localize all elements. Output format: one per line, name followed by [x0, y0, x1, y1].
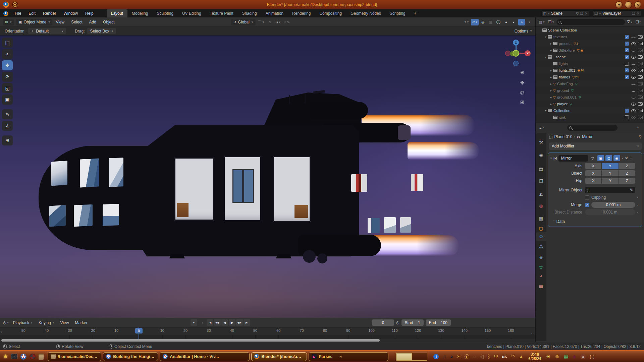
shading-rendered-button[interactable]: ◑	[518, 19, 525, 25]
eyedropper-icon[interactable]: ✎	[630, 187, 633, 193]
menu-window[interactable]: Window	[60, 9, 82, 17]
breadcrumb-modifier[interactable]: Mirror	[582, 134, 592, 139]
vivaldi-launcher-icon[interactable]: V	[20, 354, 26, 360]
modifier-name-field[interactable]: Mirror	[558, 155, 588, 162]
tab-uv-editing[interactable]: UV Editing	[178, 9, 206, 17]
modifier-editmode-toggle[interactable]: ▣	[597, 155, 604, 161]
disclosure-icon[interactable]: ▸	[549, 42, 553, 45]
outliner-row-cubefog[interactable]: ▸▽CubeFog▽	[536, 80, 644, 87]
collapse-icon[interactable]: ∨	[550, 157, 552, 160]
outliner-row-3dtexture[interactable]: ▸3dtexture▽ ◉✓	[536, 47, 644, 54]
new-collection-button[interactable]: ❏⁺	[635, 19, 642, 25]
disclosure-icon[interactable]: ▸	[549, 69, 553, 72]
modifier-delete-button[interactable]: ✕	[625, 156, 628, 161]
current-frame-badge[interactable]: 0	[135, 328, 143, 334]
properties-tab-object[interactable]: ▢	[536, 224, 546, 233]
axis-z-ball[interactable]: Z	[513, 40, 519, 46]
outliner-row-scene-collection[interactable]: Scene Collection	[536, 27, 644, 34]
tray-calculator-icon[interactable]: ▦	[564, 351, 568, 362]
timeline-editor-dropdown[interactable]: ◷∨	[2, 319, 10, 326]
render-visibility-icon[interactable]	[638, 96, 643, 99]
modifier-extras-dropdown[interactable]: ∨	[622, 157, 624, 160]
scroll-right-icon[interactable]: ‹	[531, 331, 532, 335]
workspace-2[interactable]	[412, 353, 427, 360]
orientation-dropdown[interactable]: ⊿ Global ∨	[231, 19, 256, 25]
scene-selector[interactable]: ◫ ∨ Scene ⚲ ❏ ✕	[541, 10, 589, 17]
tab-geometry-nodes[interactable]: Geometry Nodes	[346, 9, 385, 17]
properties-search-input[interactable]	[567, 125, 618, 131]
tab-texture-paint[interactable]: Texture Paint	[206, 9, 238, 17]
render-visibility-icon[interactable]	[638, 69, 643, 72]
modifier-realtime-toggle[interactable]: ⊡	[605, 155, 612, 161]
viewlayer-selector[interactable]: ❐ ∨ ViewLayer ❏ ✕	[593, 10, 641, 17]
render-visibility-icon[interactable]	[638, 116, 643, 119]
properties-tab-texture[interactable]: ▩	[536, 282, 546, 290]
record-button[interactable]: ●	[191, 319, 197, 326]
next-keyframe-button[interactable]: ◆▶	[236, 319, 243, 326]
gizmos-toggle[interactable]: ➚∨	[471, 19, 479, 25]
hide-eye-icon[interactable]	[631, 69, 636, 72]
tool-add-cube[interactable]: ⊞	[2, 135, 13, 145]
tool-rotate[interactable]: ⟳	[2, 72, 13, 82]
outliner-filter-id-dropdown[interactable]: ❐∨	[547, 19, 555, 25]
minimize-button[interactable]: —	[625, 1, 632, 8]
tab-compositing[interactable]: Compositing	[315, 9, 346, 17]
taskbar-window-1[interactable]: /home/amalie/Desktop...	[48, 352, 101, 361]
menu-add[interactable]: Add	[86, 20, 100, 24]
taskbar-window-4[interactable]: Blender* [/home/amali...	[251, 352, 307, 361]
outliner-filter-dropdown[interactable]: ∇∨	[626, 19, 633, 25]
jump-end-button[interactable]: ▶|	[244, 319, 250, 326]
properties-tab-output[interactable]: ▤	[536, 165, 546, 173]
hide-eye-icon[interactable]	[631, 103, 636, 106]
drag-dropdown[interactable]: Select Box ∨	[87, 28, 116, 34]
exclude-checkbox[interactable]: ✓	[625, 35, 629, 39]
outliner-search-input[interactable]	[556, 19, 625, 25]
blender-logo-icon[interactable]	[3, 11, 8, 16]
tray-usb-icon[interactable]: Ψ	[494, 351, 498, 362]
mirror-object-field[interactable]: ⬚ ✎	[585, 187, 635, 193]
tab-modeling[interactable]: Modeling	[127, 9, 153, 17]
axis-negz-ball[interactable]	[513, 61, 519, 66]
disclosure-icon[interactable]: ▾	[544, 109, 548, 112]
tab-shading[interactable]: Shading	[238, 9, 261, 17]
region-expand-icon[interactable]: ›	[1, 330, 2, 334]
modifier-render-toggle[interactable]: ◉	[613, 155, 620, 161]
merge-value-field[interactable]: 0.001 m	[591, 202, 635, 208]
tool-select-box[interactable]: ⬚	[2, 38, 13, 48]
hidden-eye-icon[interactable]	[631, 83, 636, 85]
menu-edit[interactable]: Edit	[25, 9, 39, 17]
menu-file[interactable]: File	[11, 9, 25, 17]
tray-dictionary-icon[interactable]: a	[580, 354, 586, 359]
files-launcher-icon[interactable]	[39, 354, 44, 360]
sidebar-toggle-icon[interactable]: <	[529, 50, 531, 54]
tray-parsec-tray-icon[interactable]: ◕	[450, 351, 453, 362]
outliner-row-flames[interactable]: ▸flames▽20✓	[536, 74, 644, 80]
hidden-eye-icon[interactable]	[631, 49, 636, 52]
disclosure-icon[interactable]: ▾	[544, 36, 548, 39]
tool-cursor[interactable]: ⌖	[2, 49, 13, 59]
object-visibility-dropdown[interactable]: ⌖∨	[463, 19, 470, 25]
properties-editor-dropdown[interactable]: ≡∨	[538, 124, 545, 131]
timeline-scrollbar[interactable]	[1, 339, 380, 342]
camera-view-icon[interactable]: ⏣	[518, 88, 527, 97]
close-button[interactable]: ✕	[634, 1, 641, 8]
tab-layout[interactable]: Layout	[107, 9, 127, 17]
mirror-axis-y-button[interactable]: Y	[602, 163, 618, 169]
disclosure-icon[interactable]: ▸	[549, 76, 553, 79]
shading-solid-button[interactable]: ●	[503, 19, 509, 25]
hide-eye-icon[interactable]	[631, 116, 636, 119]
properties-tab-modifiers[interactable]: ⚙	[536, 232, 546, 241]
clipping-checkbox[interactable]	[585, 195, 589, 200]
timeline-channel-strip[interactable]	[0, 335, 535, 339]
menu-view[interactable]: View	[52, 20, 68, 24]
hidden-eye-icon[interactable]	[631, 36, 636, 38]
hidden-eye-icon[interactable]	[631, 63, 636, 65]
new-scene-icon[interactable]: ❏	[580, 11, 583, 16]
render-visibility-icon[interactable]	[638, 42, 643, 45]
tray-emoji-icon[interactable]: ☺	[554, 351, 559, 362]
terminal-launcher-icon[interactable]: >_	[11, 354, 17, 359]
axis-y-ball[interactable]	[513, 50, 519, 57]
breadcrumb-object[interactable]: Plane.010	[554, 134, 572, 139]
data-section-toggle[interactable]: ›Data	[550, 219, 640, 224]
play-button[interactable]: ▶	[229, 319, 235, 326]
